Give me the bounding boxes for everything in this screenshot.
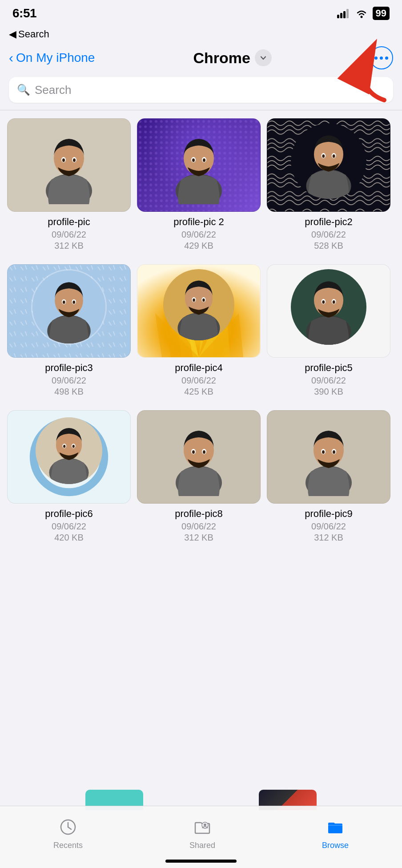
- svg-line-71: [68, 827, 71, 829]
- file-size: 528 KB: [314, 241, 343, 251]
- status-time: 6:51: [12, 6, 36, 20]
- svg-point-67: [322, 450, 325, 454]
- svg-rect-3: [346, 9, 349, 18]
- battery-indicator: 99: [373, 7, 390, 20]
- list-item[interactable]: profile-pic8 09/06/22 312 KB: [137, 410, 261, 543]
- grid-row-1: profile-pic 09/06/22 312 KB: [7, 118, 395, 251]
- file-size: 420 KB: [54, 533, 84, 543]
- list-item[interactable]: profile-pic3 09/06/22 498 KB: [7, 264, 131, 397]
- svg-rect-1: [340, 13, 342, 18]
- file-grid: profile-pic 09/06/22 312 KB: [0, 110, 402, 543]
- file-name: profile-pic8: [175, 508, 223, 520]
- list-item[interactable]: profile-pic5 09/06/22 390 KB: [267, 264, 390, 397]
- more-options-button[interactable]: [370, 46, 393, 69]
- back-button[interactable]: ‹ On My iPhone: [9, 50, 95, 65]
- file-size: 429 KB: [184, 241, 213, 251]
- svg-point-68: [333, 450, 335, 454]
- file-thumbnail: [7, 264, 131, 358]
- wifi-icon: [355, 8, 368, 18]
- chevron-down-icon: [259, 54, 267, 62]
- svg-point-48: [322, 300, 325, 304]
- file-thumbnail: [137, 118, 261, 212]
- file-date: 09/06/22: [181, 521, 216, 532]
- signal-icon: [337, 8, 350, 18]
- tab-bar: Recents Shared Browse: [0, 806, 402, 868]
- file-thumbnail: [7, 118, 131, 212]
- back-label: On My iPhone: [16, 51, 95, 65]
- tab-shared-label: Shared: [189, 841, 215, 850]
- file-thumbnail: [137, 264, 261, 358]
- search-icon: 🔍: [17, 84, 30, 96]
- svg-point-4: [360, 16, 362, 18]
- file-name: profile-pic9: [305, 508, 353, 520]
- file-date: 09/06/22: [181, 375, 216, 386]
- file-name: profile-pic2: [305, 216, 353, 228]
- grid-row-2: profile-pic3 09/06/22 498 KB: [7, 264, 395, 397]
- nav-bar: ‹ On My iPhone Chrome: [0, 42, 402, 73]
- svg-point-35: [63, 300, 65, 303]
- tab-recents[interactable]: Recents: [53, 816, 83, 850]
- file-date: 09/06/22: [52, 521, 86, 532]
- svg-rect-0: [337, 15, 339, 18]
- search-bar-container: 🔍 Search: [0, 73, 402, 107]
- file-date: 09/06/22: [311, 375, 346, 386]
- svg-rect-2: [343, 11, 346, 18]
- file-date: 09/06/22: [52, 230, 86, 240]
- person-image: [168, 126, 230, 204]
- search-back-label: Search: [18, 28, 49, 40]
- file-name: profile-pic6: [45, 508, 93, 520]
- dropdown-button[interactable]: [255, 49, 272, 66]
- file-size: 312 KB: [314, 533, 343, 543]
- status-icons: 99: [337, 7, 390, 20]
- file-date: 09/06/22: [311, 521, 346, 532]
- search-bar[interactable]: 🔍 Search: [9, 77, 393, 103]
- file-name: profile-pic4: [175, 362, 223, 374]
- ellipsis-icon: [374, 57, 388, 60]
- list-item[interactable]: profile-pic4 09/06/22 425 KB: [137, 264, 261, 397]
- svg-point-43: [202, 299, 205, 302]
- file-thumbnail: [137, 410, 261, 504]
- list-item[interactable]: profile-pic6 09/06/22 420 KB: [7, 410, 131, 543]
- file-date: 09/06/22: [181, 230, 216, 240]
- svg-point-55: [63, 445, 65, 448]
- list-item[interactable]: profile-pic 2 09/06/22 429 KB: [137, 118, 261, 251]
- file-size: 312 KB: [184, 533, 213, 543]
- tab-shared[interactable]: Shared: [189, 816, 215, 850]
- svg-point-18: [192, 158, 195, 162]
- file-thumbnail: [7, 410, 131, 504]
- person-image: [297, 418, 360, 496]
- svg-point-42: [193, 299, 195, 302]
- list-item[interactable]: profile-pic 09/06/22 312 KB: [7, 118, 131, 251]
- svg-point-26: [333, 154, 335, 158]
- tab-browse[interactable]: Browse: [322, 816, 349, 850]
- page-title: Chrome: [193, 49, 250, 67]
- svg-point-73: [204, 824, 206, 826]
- file-size: 390 KB: [314, 387, 343, 397]
- svg-point-11: [73, 158, 76, 162]
- grid-row-3: profile-pic6 09/06/22 420 KB profil: [7, 410, 395, 543]
- file-date: 09/06/22: [311, 230, 346, 240]
- back-chevron-icon: ‹: [9, 50, 13, 65]
- file-thumbnail: [267, 264, 390, 358]
- svg-point-10: [62, 158, 65, 162]
- svg-point-62: [203, 450, 205, 454]
- back-chevron-icon: ◀: [9, 28, 16, 40]
- svg-point-56: [72, 445, 75, 448]
- file-thumbnail: [267, 410, 390, 504]
- home-indicator: [165, 860, 237, 863]
- svg-point-25: [322, 154, 325, 158]
- shared-icon: [191, 816, 214, 839]
- file-name: profile-pic: [48, 216, 90, 228]
- svg-point-49: [333, 300, 335, 304]
- file-date: 09/06/22: [52, 375, 86, 386]
- file-size: 312 KB: [54, 241, 84, 251]
- status-bar: 6:51 99: [0, 0, 402, 24]
- svg-point-19: [203, 158, 205, 162]
- search-back-bar: ◀ Search: [0, 24, 402, 42]
- search-input[interactable]: Search: [35, 83, 71, 97]
- list-item[interactable]: profile-pic9 09/06/22 312 KB: [267, 410, 390, 543]
- person-image: [168, 418, 230, 496]
- file-name: profile-pic5: [305, 362, 353, 374]
- tab-browse-label: Browse: [322, 841, 349, 850]
- list-item[interactable]: profile-pic2 09/06/22 528 KB: [267, 118, 390, 251]
